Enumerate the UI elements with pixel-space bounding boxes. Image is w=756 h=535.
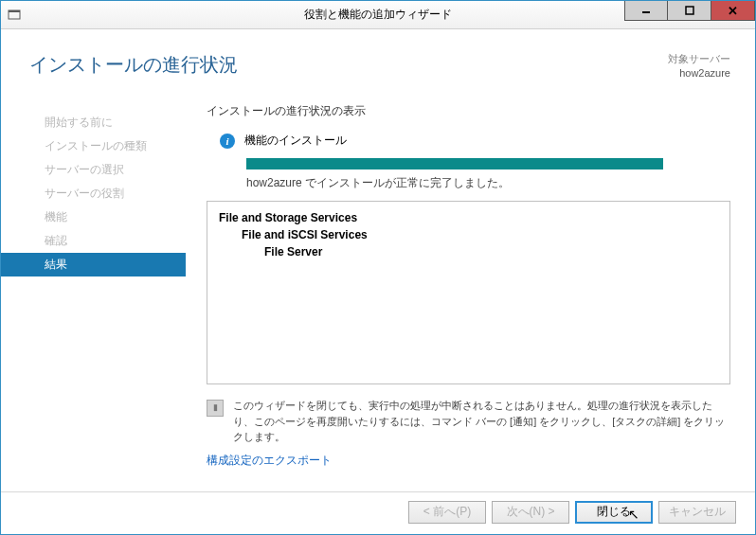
footer: < 前へ(P) 次へ(N) > 閉じる ↖ キャンセル [1, 491, 755, 531]
sidebar-item-before-begin: 開始する前に [1, 111, 186, 134]
window-controls: ✕ [624, 1, 755, 28]
page-title: インストールの進行状況 [29, 52, 238, 78]
target-server: 対象サーバー how2azure [668, 52, 730, 81]
main-heading: インストールの進行状況の表示 [207, 103, 730, 119]
sidebar-item-server-selection: サーバーの選択 [1, 158, 186, 182]
window-title: 役割と機能の追加ウィザード [304, 7, 452, 23]
status-row: i 機能のインストール [207, 133, 730, 149]
sidebar-item-results: 結果 [1, 253, 186, 276]
titlebar: 役割と機能の追加ウィザード ✕ [1, 1, 755, 29]
main-panel: インストールの進行状況の表示 i 機能のインストール how2azure でイン… [186, 103, 755, 482]
close-button[interactable]: ✕ [711, 0, 755, 21]
note-row: ▮ このウィザードを閉じても、実行中の処理が中断されることはありません。処理の進… [207, 398, 730, 445]
svg-rect-3 [686, 7, 693, 14]
next-button: 次へ(N) > [492, 501, 569, 524]
cancel-button: キャンセル [658, 501, 736, 524]
result-item: File Server [219, 243, 718, 260]
minimize-button[interactable] [624, 0, 668, 21]
sidebar-item-features: 機能 [1, 205, 186, 229]
export-config-link[interactable]: 構成設定のエクスポート [207, 453, 332, 469]
note-text: このウィザードを閉じても、実行中の処理が中断されることはありません。処理の進行状… [233, 398, 730, 445]
sidebar: 開始する前に インストールの種類 サーバーの選択 サーバーの役割 機能 確認 結… [1, 103, 186, 482]
target-server-name: how2azure [668, 66, 730, 80]
result-item: File and iSCSI Services [219, 226, 718, 243]
sidebar-item-confirmation: 確認 [1, 229, 186, 253]
close-wizard-button[interactable]: 閉じる ↖ [575, 501, 653, 524]
sidebar-item-server-roles: サーバーの役割 [1, 182, 186, 205]
results-box[interactable]: File and Storage Services File and iSCSI… [207, 201, 730, 384]
sidebar-item-install-type: インストールの種類 [1, 134, 186, 158]
result-item: File and Storage Services [219, 209, 718, 226]
app-icon [7, 8, 22, 23]
info-icon: i [220, 134, 235, 149]
progress-bar [246, 158, 663, 169]
progress-message: how2azure でインストールが正常に完了しました。 [246, 175, 730, 191]
maximize-button[interactable] [668, 0, 711, 21]
target-server-label: 対象サーバー [668, 52, 730, 66]
cursor-icon: ↖ [628, 507, 639, 522]
svg-rect-1 [9, 10, 20, 12]
header: インストールの進行状況 対象サーバー how2azure [1, 29, 755, 103]
status-label: 機能のインストール [244, 133, 347, 149]
prev-button: < 前へ(P) [408, 501, 486, 524]
close-wizard-label: 閉じる [597, 504, 631, 520]
flag-icon: ▮ [207, 400, 224, 417]
